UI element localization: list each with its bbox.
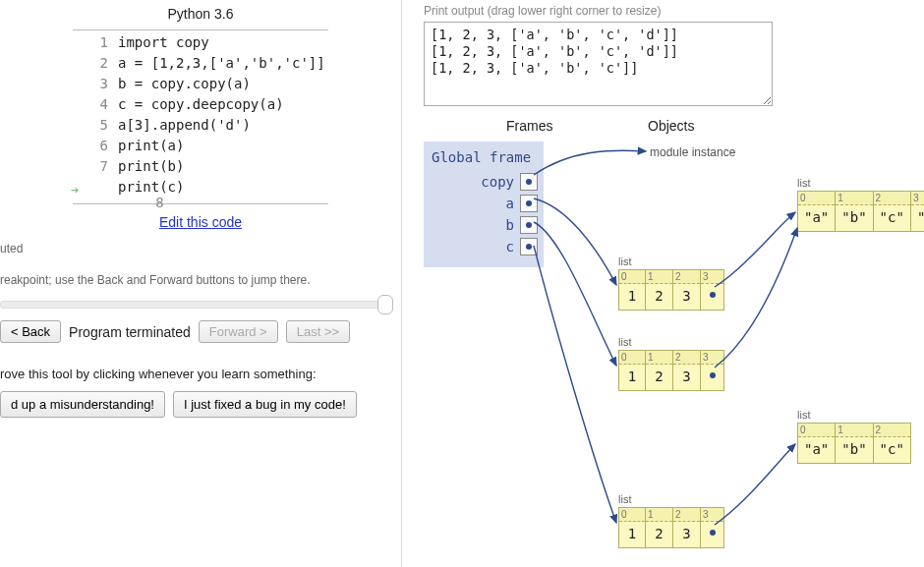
list-cell: 23 — [673, 507, 701, 548]
cell-index: 2 — [673, 351, 700, 365]
forward-button[interactable]: Forward > — [199, 320, 278, 343]
code-line[interactable]: 2 a = [1,2,3,['a','b','c']] — [73, 55, 328, 76]
print-line: [1, 2, 3, ['a', 'b', 'c', 'd']] — [431, 43, 678, 59]
cell-value: "b" — [836, 437, 872, 463]
list-cell: 23 — [673, 269, 701, 311]
step-slider[interactable] — [0, 301, 390, 309]
frame-var-row: c — [424, 236, 544, 257]
cell-value: 2 — [646, 284, 672, 310]
frame-var-row: b — [424, 214, 544, 236]
print-output[interactable]: [1, 2, 3, ['a', 'b', 'c', 'd']] [1, 2, 3… — [424, 22, 773, 106]
heap-list-inner-c: 0"a" 1"b" 2"c" — [797, 423, 911, 464]
pointer-dot-icon — [710, 530, 716, 536]
cell-value: 3 — [673, 522, 700, 547]
cell-index: 3 — [701, 508, 723, 522]
line-number: 4 — [73, 96, 118, 112]
pointer-dot-icon — [526, 179, 532, 185]
cell-value: "c" — [874, 437, 910, 463]
var-name: b — [506, 217, 514, 233]
list-cell: 01 — [618, 507, 646, 548]
left-pane: Python 3.6 1 import copy 2 a = [1,2,3,['… — [0, 0, 401, 567]
code-line[interactable]: ➔8 print(c) — [73, 179, 328, 199]
cell-index: 2 — [874, 424, 910, 437]
cell-value: "a" — [798, 205, 835, 231]
frame-var-row: a — [424, 193, 544, 214]
page: Python 3.6 1 import copy 2 a = [1,2,3,['… — [0, 0, 924, 567]
list-type-label: list — [797, 409, 810, 421]
line-number: 3 — [73, 76, 118, 91]
list-cell: 0"a" — [797, 423, 836, 464]
cell-index: 3 — [701, 351, 723, 365]
nav-button-row: < Back Program terminated Forward > Last… — [0, 320, 401, 343]
pointer-dot-icon — [526, 244, 532, 250]
code-line[interactable]: 3 b = copy.copy(a) — [73, 76, 328, 96]
back-button[interactable]: < Back — [0, 320, 61, 343]
list-cell: 3"d" — [911, 191, 924, 232]
print-line: [1, 2, 3, ['a', 'b', 'c', 'd']] — [431, 27, 678, 42]
list-type-label: list — [618, 255, 631, 267]
code-line[interactable]: 4 c = copy.deepcopy(a) — [73, 96, 328, 117]
module-instance-label: module instance — [650, 145, 735, 159]
pointer-box — [520, 173, 538, 191]
heap-list-a: 01 12 23 3 — [618, 269, 724, 311]
cell-index: 2 — [874, 192, 910, 205]
python-version-title: Python 3.6 — [0, 6, 401, 22]
cell-index: 0 — [619, 508, 645, 522]
code-text: print(c) — [118, 179, 184, 195]
right-pane: Print output (drag lower right corner to… — [401, 0, 924, 567]
cell-value: 3 — [673, 365, 700, 390]
frames-header: Frames — [506, 118, 552, 134]
cell-index: 2 — [673, 270, 700, 284]
pointer-box — [520, 195, 538, 212]
list-cell: 01 — [618, 350, 646, 391]
code-editor: 1 import copy 2 a = [1,2,3,['a','b','c']… — [73, 29, 328, 204]
code-line[interactable]: 5 a[3].append('d') — [73, 117, 328, 138]
list-type-label: list — [618, 493, 631, 505]
fixed-bug-button[interactable]: I just fixed a bug in my code! — [173, 391, 357, 418]
code-text: b = copy.copy(a) — [118, 76, 251, 91]
list-cell: 2"c" — [874, 191, 911, 232]
edit-code-link[interactable]: Edit this code — [159, 214, 242, 230]
frame-var-row: copy — [424, 171, 544, 193]
cell-value: 2 — [646, 522, 672, 547]
cell-index: 0 — [798, 192, 835, 205]
current-line-arrow-icon: ➔ — [71, 182, 79, 198]
slider-knob-icon[interactable] — [377, 295, 393, 314]
code-text: a = [1,2,3,['a','b','c']] — [118, 55, 325, 71]
cell-value: "d" — [911, 205, 924, 231]
list-cell: 12 — [646, 350, 673, 391]
var-name: copy — [481, 174, 514, 190]
code-line[interactable]: 1 import copy — [73, 34, 328, 55]
pointer-dot-icon — [710, 292, 716, 298]
code-line[interactable]: 6 print(a) — [73, 138, 328, 158]
list-cell: 01 — [618, 269, 646, 311]
cell-index: 1 — [836, 424, 872, 437]
list-cell: 0"a" — [797, 191, 836, 232]
cell-index: 1 — [836, 192, 872, 205]
last-button[interactable]: Last >> — [286, 320, 350, 343]
code-text: print(b) — [118, 158, 184, 174]
cleared-misunderstanding-button[interactable]: d up a misunderstanding! — [0, 391, 165, 418]
cell-value: "a" — [798, 437, 835, 463]
cell-value: 3 — [673, 284, 700, 310]
pointer-dot-icon — [526, 222, 532, 228]
print-output-label: Print output (drag lower right corner to… — [424, 4, 924, 18]
cell-value: 1 — [619, 284, 645, 310]
print-line: [1, 2, 3, ['a', 'b', 'c']] — [431, 60, 638, 76]
cell-index: 3 — [701, 270, 723, 284]
cell-index: 0 — [619, 351, 645, 365]
cell-value: 2 — [646, 365, 672, 390]
pointer-dot-icon — [710, 372, 716, 378]
edit-code-link-wrap: Edit this code — [0, 214, 401, 230]
executed-status: uted — [0, 242, 401, 255]
improve-tip-text: rove this tool by clicking whenever you … — [0, 367, 401, 381]
cell-index: 0 — [798, 424, 835, 437]
cell-index: 1 — [646, 270, 672, 284]
pointer-box — [520, 238, 538, 255]
code-text: print(a) — [118, 138, 184, 153]
cell-index: 1 — [646, 351, 672, 365]
var-name: a — [506, 196, 514, 211]
cell-value: 1 — [619, 365, 645, 390]
code-line[interactable]: 7 print(b) — [73, 158, 328, 179]
list-cell: 12 — [646, 507, 673, 548]
